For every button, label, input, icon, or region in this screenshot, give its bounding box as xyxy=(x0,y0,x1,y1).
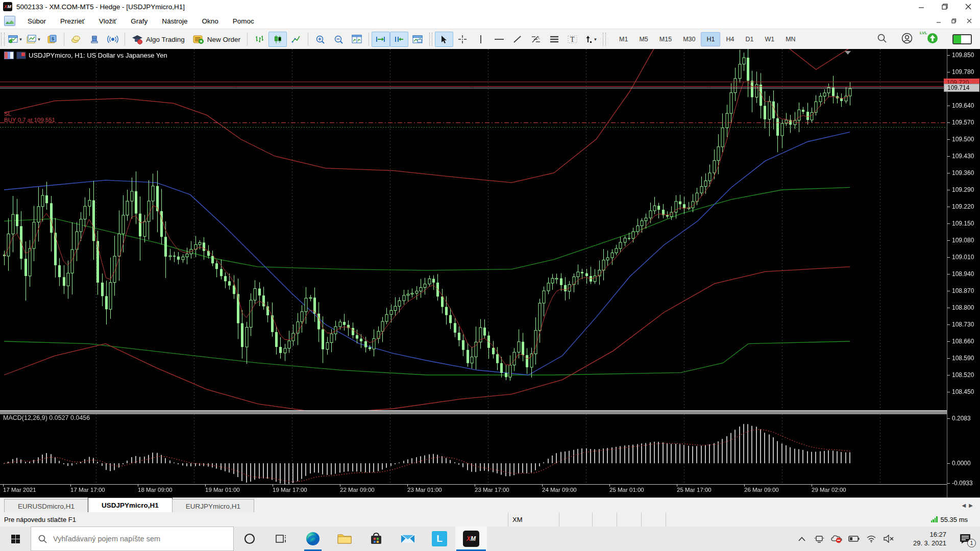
price-tick-label: 109.150 xyxy=(947,219,980,228)
timeframe-h4-button[interactable]: H4 xyxy=(720,32,740,46)
chart-profiles-button[interactable]: ▼ xyxy=(24,32,43,47)
connection-status-indicator xyxy=(952,34,972,44)
crosshair-tool-button[interactable] xyxy=(453,32,472,47)
battery-icon[interactable] xyxy=(845,527,863,551)
taskbar-clock[interactable]: 16:27 29. 3. 2021 xyxy=(897,527,950,551)
chevron-down-icon[interactable]: ▼ xyxy=(37,37,41,42)
chevron-down-icon[interactable]: ▼ xyxy=(594,37,598,42)
status-server-name[interactable]: XM xyxy=(508,512,559,527)
timeframe-m5-button[interactable]: M5 xyxy=(633,32,653,46)
taskbar-search-box[interactable] xyxy=(31,527,234,551)
status-help-text: Pre nápovedu stlačte F1 xyxy=(0,512,508,527)
chart-tab-eurjpymicro[interactable]: EURJPYmicro,H1 xyxy=(172,499,254,513)
virtual-hosting-button[interactable] xyxy=(85,32,104,47)
menu-item-grafy[interactable]: Grafy xyxy=(124,13,155,29)
timeframe-d1-button[interactable]: D1 xyxy=(740,32,759,46)
cortana-button[interactable] xyxy=(234,527,265,551)
menu-item-vložiť[interactable]: Vložiť xyxy=(92,13,124,29)
search-button[interactable] xyxy=(877,33,887,45)
xm-mt5-app-button[interactable]: XXMM xyxy=(455,527,487,551)
mail-app-button[interactable] xyxy=(392,527,424,551)
chart-tab-eurusdmicro[interactable]: EURUSDmicro,H1 xyxy=(4,499,88,513)
action-center-button[interactable]: 1 xyxy=(950,527,980,551)
timeframe-w1-button[interactable]: W1 xyxy=(759,32,780,46)
price-tick-label: 108.450 xyxy=(947,388,980,396)
fibonacci-tool-button[interactable]: t, xyxy=(527,32,545,47)
timeframe-h1-button[interactable]: H1 xyxy=(701,32,720,46)
tray-chevron-up-icon[interactable] xyxy=(793,527,811,551)
arrow-objects-button[interactable]: ▼ xyxy=(582,32,600,47)
line-chart-type-button[interactable] xyxy=(287,32,305,47)
connection-ping[interactable]: 55.35 ms xyxy=(927,512,980,527)
equidistant-channel-tool-button[interactable] xyxy=(545,32,564,47)
toolbar-drag-handle[interactable] xyxy=(1,33,5,46)
timeframe-m1-button[interactable]: M1 xyxy=(614,32,633,46)
menu-item-nástroje[interactable]: Nástroje xyxy=(155,13,194,29)
child-restore-button[interactable] xyxy=(946,15,962,27)
onedrive-icon[interactable] xyxy=(828,527,845,551)
chart-tab-usdjpymicro[interactable]: USDJPYmicro,H1 xyxy=(88,497,173,513)
tab-scroll-arrows[interactable]: ◀▶ xyxy=(962,503,976,508)
microsoft-store-button[interactable] xyxy=(360,527,392,551)
edge-app-button[interactable] xyxy=(297,527,329,551)
trendline-tool-button[interactable] xyxy=(508,32,527,47)
menu-item-pomoc[interactable]: Pomoc xyxy=(226,13,261,29)
chart-window[interactable]: USDJPYmicro, H1: US Dollar vs Japanese Y… xyxy=(0,49,980,497)
child-close-button[interactable] xyxy=(962,15,977,27)
chart-window-button[interactable] xyxy=(408,32,427,47)
time-axis-label: 23 Mar 17:00 xyxy=(475,487,509,493)
timeframe-mn-button[interactable]: MN xyxy=(780,32,801,46)
chart-shift-button[interactable] xyxy=(390,32,408,47)
clock-date: 29. 3. 2021 xyxy=(913,539,946,547)
search-input[interactable] xyxy=(52,534,207,543)
bar-chart-type-button[interactable] xyxy=(250,32,268,47)
lvl-upload-indicator[interactable]: LVL xyxy=(927,33,938,46)
macd-scale-label: 0.0000 xyxy=(947,459,980,467)
volume-muted-icon[interactable] xyxy=(880,527,897,551)
menu-item-okno[interactable]: Okno xyxy=(194,13,225,29)
cursor-tool-button[interactable] xyxy=(435,32,453,47)
close-button[interactable] xyxy=(957,0,980,13)
status-cell xyxy=(592,512,617,527)
file-explorer-button[interactable] xyxy=(329,527,360,551)
timeframe-m15-button[interactable]: M15 xyxy=(654,32,677,46)
window-title: 5002133 - XM.COM-MT5 - Hedge - [USDJPYmi… xyxy=(16,3,185,11)
new-chart-button[interactable]: ▼ xyxy=(6,32,24,47)
child-minimize-button[interactable] xyxy=(931,15,946,27)
svg-text:$: $ xyxy=(52,36,54,41)
vertical-line-tool-button[interactable] xyxy=(472,32,490,47)
task-view-button[interactable] xyxy=(265,527,297,551)
broadcast-button[interactable] xyxy=(104,32,122,47)
wifi-icon[interactable] xyxy=(863,527,880,551)
tile-windows-button[interactable] xyxy=(348,32,366,47)
toolbar: ▼ ▼ $ Algo Trading New Order xyxy=(0,29,980,50)
restore-button[interactable] xyxy=(933,0,957,13)
start-button[interactable] xyxy=(0,527,31,551)
account-button[interactable] xyxy=(901,33,913,46)
deposit-button[interactable] xyxy=(67,32,85,47)
market-watch-button[interactable]: $ xyxy=(43,32,61,47)
l-app-button[interactable]: L xyxy=(424,527,455,551)
one-click-trading-icon[interactable] xyxy=(4,52,14,59)
algo-trading-button[interactable]: Algo Trading xyxy=(128,32,189,47)
timeframe-m30-button[interactable]: M30 xyxy=(677,32,701,46)
menu-bar: SúborPrezrieťVložiťGrafyNástrojeOknoPomo… xyxy=(0,13,980,29)
depth-of-market-icon[interactable] xyxy=(16,52,26,59)
zoom-in-button[interactable] xyxy=(311,32,329,47)
horizontal-line-tool-button[interactable] xyxy=(490,32,508,47)
text-tool-button[interactable]: T xyxy=(564,32,582,47)
price-chart-canvas[interactable] xyxy=(0,49,947,497)
time-axis-label: 19 Mar 17:00 xyxy=(273,487,307,493)
candlestick-chart-type-button[interactable] xyxy=(268,32,287,47)
price-tick-label: 109.220 xyxy=(947,203,980,211)
auto-scroll-button[interactable] xyxy=(372,32,390,47)
price-tick-label: 109.010 xyxy=(947,253,980,261)
new-order-button[interactable]: New Order xyxy=(189,32,244,47)
title-bar: XM 5002133 - XM.COM-MT5 - Hedge - [USDJP… xyxy=(0,0,980,13)
minimize-button[interactable] xyxy=(910,0,933,13)
menu-item-prezrieť[interactable]: Prezrieť xyxy=(53,13,92,29)
menu-item-súbor[interactable]: Súbor xyxy=(20,13,53,29)
chevron-down-icon[interactable]: ▼ xyxy=(19,37,23,42)
zoom-out-button[interactable] xyxy=(329,32,348,47)
cast-device-icon[interactable] xyxy=(811,527,828,551)
